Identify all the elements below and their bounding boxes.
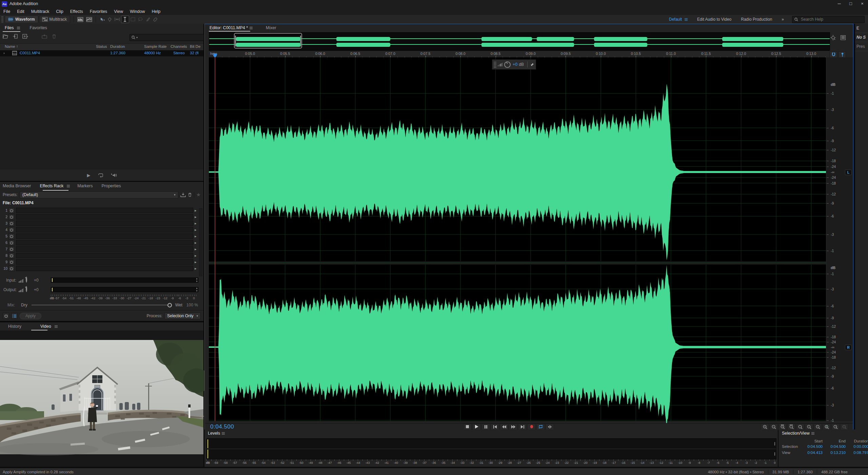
insert-into-multitrack-icon[interactable] [42,34,48,39]
hud-gain-value[interactable]: +0 [513,62,517,67]
workspace-radio-production[interactable]: Radio Production [741,17,772,22]
hud-gain-knob[interactable] [504,61,511,68]
overview-view-box[interactable] [234,33,302,49]
marker-pin-button[interactable] [839,51,846,58]
timeline-ruler[interactable]: hms0:05.00:05.50:06.00:06.50:07.00:07.50… [209,51,829,58]
zoom-out-button[interactable]: − [770,424,778,430]
column-header-name[interactable]: Name ↑ [5,44,18,49]
time-selection-tool[interactable] [121,16,129,23]
amplitude-ruler[interactable]: dB-1-1-3-3-6-6-9-9-12-12-18-18-24-24-∞Ld… [827,57,853,421]
effect-power-button[interactable] [8,246,15,252]
zoom-vertical-button[interactable]: + [840,424,848,430]
files-panel-menu-icon[interactable] [17,27,20,29]
trash-icon[interactable] [52,34,56,39]
process-dropdown[interactable]: Selection Only ▾ [164,312,201,319]
column-header-channels[interactable]: Channels [171,44,187,49]
mix-slider-track[interactable] [32,305,171,305]
video-panel-menu-icon[interactable] [55,325,58,328]
menu-window[interactable]: Window [126,8,148,15]
tab-markers[interactable]: Markers [77,184,93,188]
effect-slot-arrow-icon[interactable]: ▸ [195,241,199,245]
effect-power-button[interactable] [8,259,15,265]
apply-button[interactable]: Apply [20,313,41,319]
tab-files[interactable]: Files [3,25,16,30]
effect-slot-arrow-icon[interactable]: ▸ [195,247,199,251]
effect-power-button[interactable] [8,266,15,271]
preview-loop-button[interactable] [98,173,103,177]
display-options-icon[interactable] [841,35,846,40]
hud-pin-icon[interactable] [530,63,534,66]
menu-effects[interactable]: Effects [67,8,86,15]
tab-history[interactable]: History [6,324,23,329]
maximize-button[interactable]: □ [845,0,856,7]
channel-badge-left[interactable]: L [845,170,852,175]
effects-scrollbar[interactable] [199,208,202,276]
column-header-sample-rate[interactable]: Sample Rate [144,44,166,49]
workspace-menu-icon[interactable] [685,18,688,21]
minimize-button[interactable]: ─ [833,0,845,7]
selection-view-menu-icon[interactable] [811,432,814,435]
effect-slot[interactable] [16,214,193,220]
effect-slot-arrow-icon[interactable]: ▸ [195,221,199,226]
zoom-selection-button[interactable]: [] [823,424,831,430]
effect-power-button[interactable] [8,227,15,233]
collapsed-essential-sound-panel[interactable]: ENo SPres [854,24,868,430]
editor-panel-menu-icon[interactable] [250,27,253,29]
effect-slot-arrow-icon[interactable]: ▸ [195,234,199,239]
tab-media-browser[interactable]: Media Browser [3,184,31,188]
slip-tool[interactable] [114,16,121,23]
lasso-selection-tool[interactable] [137,16,144,23]
effect-slot-arrow-icon[interactable]: ▸ [195,228,199,232]
zoom-out-full-button[interactable]: − [787,424,795,430]
effects-rack-menu-icon[interactable] [67,185,70,187]
effect-slot-arrow-icon[interactable]: ▸ [195,253,199,258]
effect-slot[interactable] [16,246,193,252]
skip-to-end-button[interactable] [518,424,527,430]
import-file-icon[interactable] [13,34,18,39]
tab-levels[interactable]: Levels [208,431,220,436]
menu-view[interactable]: View [111,8,126,15]
effect-power-button[interactable] [8,240,15,246]
show-waveform-view-button[interactable] [77,16,84,23]
files-search-box[interactable]: ▾ [130,34,204,41]
close-button[interactable]: × [856,0,868,7]
tab-properties[interactable]: Properties [101,184,121,188]
tab-editor[interactable]: Editor: C0011.MP4 * [210,25,248,30]
view-box-left-handle[interactable] [235,36,236,46]
effect-slot[interactable] [16,253,193,258]
effect-slot[interactable] [16,208,193,213]
save-preset-icon[interactable] [180,192,186,197]
effect-slot[interactable] [16,259,193,265]
row-expand-chevron[interactable]: › [3,51,5,55]
channel-badge-right[interactable]: R [845,345,852,350]
files-column-headers[interactable]: Name ↑StatusDurationSample RateChannelsB… [0,43,203,51]
waveform-display[interactable] [209,57,826,421]
column-header-duration[interactable]: Duration [110,44,125,49]
workspace-edit-audio-to-video[interactable]: Edit Audio to Video [697,17,731,22]
menu-multitrack[interactable]: Multitrack [28,8,53,15]
zoom-timed-button[interactable]: ◔ [831,424,840,430]
menu-favorites[interactable]: Favorites [86,8,111,15]
collapsed-panel-item[interactable]: E [855,24,868,33]
effect-slot[interactable] [16,240,193,245]
show-spectral-view-button[interactable] [85,16,93,23]
loop-playback-button[interactable] [536,424,545,430]
zoom-in-full-button[interactable]: + [778,424,787,430]
fast-forward-button[interactable] [509,424,517,430]
waveform-mode-button[interactable]: Waveform [5,16,38,23]
marquee-selection-tool[interactable] [129,16,137,23]
hud-grip[interactable] [494,61,496,68]
tab-video[interactable]: Video [38,324,53,329]
effect-slot-arrow-icon[interactable]: ▸ [195,266,199,271]
column-header-status[interactable]: Status [96,44,107,49]
zoom-reset-button[interactable]: · [796,424,804,430]
files-list-empty-area[interactable] [0,56,203,169]
favorite-star-icon[interactable]: ★ [196,192,201,198]
spot-healing-brush-tool[interactable] [152,16,159,23]
view-box-right-handle[interactable] [300,36,301,46]
skip-to-start-button[interactable] [491,424,499,430]
effect-slot-arrow-icon[interactable]: ▸ [195,215,199,219]
help-search-input[interactable] [800,17,856,22]
effect-power-button[interactable] [8,233,15,239]
paintbrush-selection-tool[interactable] [144,16,152,23]
